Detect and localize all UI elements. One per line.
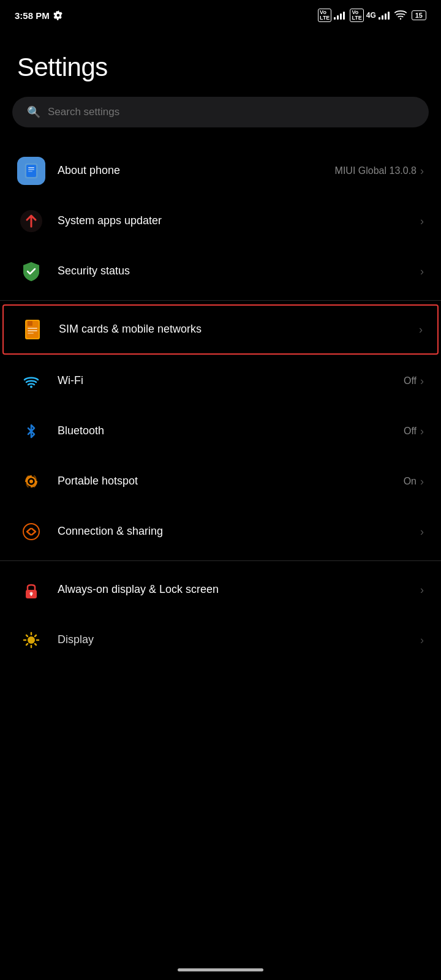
svg-rect-4 <box>28 169 34 170</box>
always-on-display-chevron: › <box>420 584 424 597</box>
hotspot-content: Portable hotspot <box>58 474 404 488</box>
about-phone-right: MIUI Global 13.0.8 › <box>335 165 424 178</box>
search-bar[interactable]: 🔍 <box>12 97 429 127</box>
display-chevron: › <box>420 634 424 647</box>
always-on-display-icon <box>17 576 45 604</box>
hotspot-right: On › <box>404 475 424 488</box>
svg-rect-12 <box>28 333 34 334</box>
svg-line-27 <box>35 635 36 636</box>
settings-item-display[interactable]: Display › <box>0 615 441 659</box>
hotspot-chevron: › <box>420 475 424 488</box>
about-phone-content: About phone <box>58 164 335 178</box>
system-apps-icon <box>17 207 45 235</box>
always-on-display-right: › <box>420 584 424 597</box>
status-left: 3:58 PM <box>15 10 63 21</box>
signal-group-2: VoLTE 4G <box>350 9 389 22</box>
status-bar: 3:58 PM VoLTE VoLTE 4G <box>0 0 441 28</box>
sim-cards-content: SIM cards & mobile networks <box>59 322 419 336</box>
security-status-content: Security status <box>58 264 420 278</box>
system-apps-content: System apps updater <box>58 214 420 228</box>
wifi-chevron: › <box>420 375 424 388</box>
connection-sharing-label: Connection & sharing <box>58 524 420 538</box>
time-display: 3:58 PM <box>15 10 50 21</box>
display-content: Display <box>58 633 420 647</box>
sim-cards-icon <box>18 315 47 344</box>
settings-item-wifi[interactable]: Wi-Fi Off › <box>0 356 441 406</box>
display-icon <box>17 626 45 654</box>
settings-item-sim-cards[interactable]: SIM cards & mobile networks › <box>2 304 439 355</box>
svg-point-16 <box>23 524 39 540</box>
settings-item-security-status[interactable]: Security status › <box>0 246 441 296</box>
gear-icon <box>53 10 63 20</box>
svg-point-0 <box>400 18 402 20</box>
always-on-display-content: Always-on display & Lock screen <box>58 582 420 597</box>
home-indicator <box>178 968 263 971</box>
bluetooth-icon <box>17 417 45 445</box>
svg-point-20 <box>28 636 35 644</box>
always-on-display-label: Always-on display & Lock screen <box>58 582 420 597</box>
settings-item-system-apps-updater[interactable]: System apps updater › <box>0 196 441 246</box>
settings-item-always-on-display[interactable]: Always-on display & Lock screen › <box>0 565 441 615</box>
bluetooth-label: Bluetooth <box>58 424 404 438</box>
display-right: › <box>420 634 424 647</box>
system-apps-chevron: › <box>420 215 424 228</box>
svg-rect-10 <box>28 328 37 329</box>
about-phone-icon <box>17 157 45 185</box>
battery-indicator: 15 <box>412 10 426 20</box>
security-status-right: › <box>420 265 424 278</box>
svg-point-13 <box>30 386 32 388</box>
hotspot-status: On <box>404 476 417 487</box>
settings-item-bluetooth[interactable]: Bluetooth Off › <box>0 406 441 456</box>
section-top: About phone MIUI Global 13.0.8 › System … <box>0 146 441 296</box>
svg-line-26 <box>35 644 36 645</box>
signal-group-1: VoLTE <box>318 9 345 22</box>
svg-rect-3 <box>28 167 34 168</box>
wifi-label: Wi-Fi <box>58 374 404 388</box>
security-status-chevron: › <box>420 265 424 278</box>
about-phone-label: About phone <box>58 164 335 178</box>
svg-line-25 <box>26 635 28 636</box>
sim-cards-chevron: › <box>419 323 423 336</box>
bluetooth-right: Off › <box>404 425 424 438</box>
bluetooth-content: Bluetooth <box>58 424 404 438</box>
hotspot-icon <box>17 467 45 496</box>
signal-bars-1 <box>334 11 345 20</box>
status-right: VoLTE VoLTE 4G <box>318 9 426 22</box>
about-phone-chevron: › <box>420 165 424 178</box>
wifi-status: Off <box>404 375 417 386</box>
svg-line-28 <box>26 644 28 645</box>
settings-item-connection-sharing[interactable]: Connection & sharing › <box>0 507 441 557</box>
security-status-label: Security status <box>58 264 420 278</box>
svg-rect-11 <box>28 330 37 331</box>
section-display: Always-on display & Lock screen › Displa… <box>0 565 441 659</box>
svg-point-15 <box>29 480 33 483</box>
connection-sharing-chevron: › <box>420 526 424 538</box>
volte-badge-2: VoLTE <box>350 9 363 22</box>
wifi-right: Off › <box>404 375 424 388</box>
security-status-icon <box>17 257 45 285</box>
search-input[interactable] <box>48 106 414 118</box>
volte-badge-1: VoLTE <box>318 9 331 22</box>
connection-sharing-right: › <box>420 526 424 538</box>
signal-bars-2 <box>379 11 390 20</box>
settings-item-about-phone[interactable]: About phone MIUI Global 13.0.8 › <box>0 146 441 196</box>
system-apps-label: System apps updater <box>58 214 420 228</box>
connection-sharing-content: Connection & sharing <box>58 524 420 538</box>
sim-cards-right: › <box>419 323 423 336</box>
settings-item-hotspot[interactable]: Portable hotspot On › <box>0 456 441 507</box>
hotspot-label: Portable hotspot <box>58 474 404 488</box>
wifi-status-icon <box>394 10 407 21</box>
system-apps-right: › <box>420 215 424 228</box>
sim-cards-label: SIM cards & mobile networks <box>59 322 419 336</box>
connection-sharing-icon <box>17 518 45 546</box>
display-label: Display <box>58 633 420 647</box>
wifi-icon-item <box>17 367 45 395</box>
search-icon: 🔍 <box>27 105 40 119</box>
section-connectivity: SIM cards & mobile networks › Wi-Fi Off … <box>0 304 441 557</box>
divider-2 <box>0 560 441 561</box>
bluetooth-status: Off <box>404 426 417 437</box>
svg-rect-9 <box>28 321 32 326</box>
wifi-content: Wi-Fi <box>58 374 404 388</box>
bluetooth-chevron: › <box>420 425 424 438</box>
divider-1 <box>0 300 441 301</box>
